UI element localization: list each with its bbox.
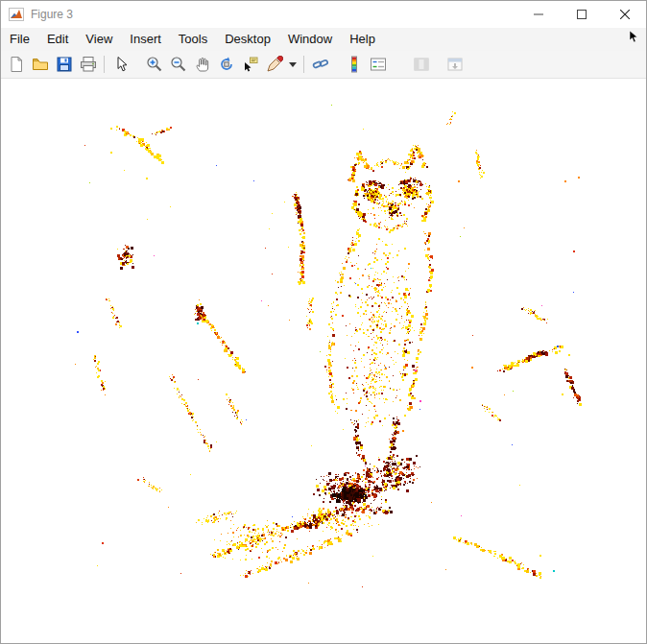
- zoom-out-button[interactable]: [167, 54, 189, 76]
- maximize-icon: [577, 10, 587, 19]
- insert-colorbar-button[interactable]: [343, 54, 365, 76]
- printer-icon: [80, 56, 97, 73]
- hide-plot-tools-button[interactable]: [410, 54, 432, 76]
- menu-insert[interactable]: Insert: [121, 28, 170, 51]
- mouse-cursor: [629, 30, 640, 47]
- dock-figure-button[interactable]: [443, 54, 466, 76]
- matlab-figure-icon: [8, 7, 25, 22]
- menu-edit[interactable]: Edit: [38, 28, 77, 51]
- figure-toolbar: [1, 51, 646, 79]
- menu-bar: File Edit View Insert Tools Desktop Wind…: [1, 28, 646, 51]
- colorbar-icon: [346, 56, 363, 73]
- link-plot-button[interactable]: [309, 54, 331, 76]
- data-cursor-button[interactable]: [239, 54, 261, 76]
- brush-dropdown-button[interactable]: [287, 54, 299, 76]
- menu-help[interactable]: Help: [341, 28, 384, 51]
- pan-button[interactable]: [191, 54, 213, 76]
- figure-window: Figure 3 File Edit View Insert Tools Des…: [0, 0, 647, 644]
- close-icon: [620, 10, 630, 19]
- figure-image-owl-edge-map: [72, 102, 582, 587]
- menu-desktop[interactable]: Desktop: [216, 28, 279, 51]
- minimize-icon: [534, 10, 543, 19]
- open-folder-icon: [32, 56, 49, 73]
- menu-file[interactable]: File: [1, 28, 38, 51]
- legend-icon: [370, 56, 387, 73]
- window-controls: [516, 1, 646, 28]
- new-figure-button[interactable]: [5, 54, 27, 76]
- maximize-button[interactable]: [560, 1, 603, 28]
- save-figure-button[interactable]: [53, 54, 75, 76]
- new-figure-icon: [8, 56, 25, 73]
- minimize-button[interactable]: [516, 1, 560, 28]
- open-file-button[interactable]: [29, 54, 51, 76]
- title-bar: Figure 3: [1, 1, 646, 28]
- brush-button[interactable]: [263, 54, 285, 76]
- figure-client-area: [1, 79, 646, 644]
- window-title: Figure 3: [31, 8, 73, 21]
- chevron-down-icon: [289, 62, 297, 67]
- hide-plot-tools-icon: [413, 56, 430, 73]
- toolbar-separator: [303, 56, 304, 73]
- save-floppy-icon: [56, 56, 73, 73]
- dock-window-icon: [446, 56, 464, 73]
- edit-plot-button[interactable]: [109, 54, 132, 76]
- hand-icon: [194, 56, 211, 73]
- zoom-out-icon: [170, 56, 187, 73]
- menu-tools[interactable]: Tools: [170, 28, 216, 51]
- menu-view[interactable]: View: [77, 28, 121, 51]
- toolbar-separator: [104, 56, 105, 73]
- zoom-in-icon: [146, 56, 163, 73]
- brush-icon: [266, 56, 283, 73]
- data-cursor-icon: [242, 56, 259, 73]
- close-button[interactable]: [603, 1, 646, 28]
- rotate-3d-button[interactable]: [215, 54, 237, 76]
- insert-legend-button[interactable]: [367, 54, 389, 76]
- zoom-in-button[interactable]: [143, 54, 165, 76]
- menu-window[interactable]: Window: [279, 28, 341, 51]
- pointer-arrow-icon: [112, 56, 130, 73]
- link-chain-icon: [312, 56, 329, 73]
- print-figure-button[interactable]: [77, 54, 99, 76]
- rotate-3d-icon: [218, 56, 235, 73]
